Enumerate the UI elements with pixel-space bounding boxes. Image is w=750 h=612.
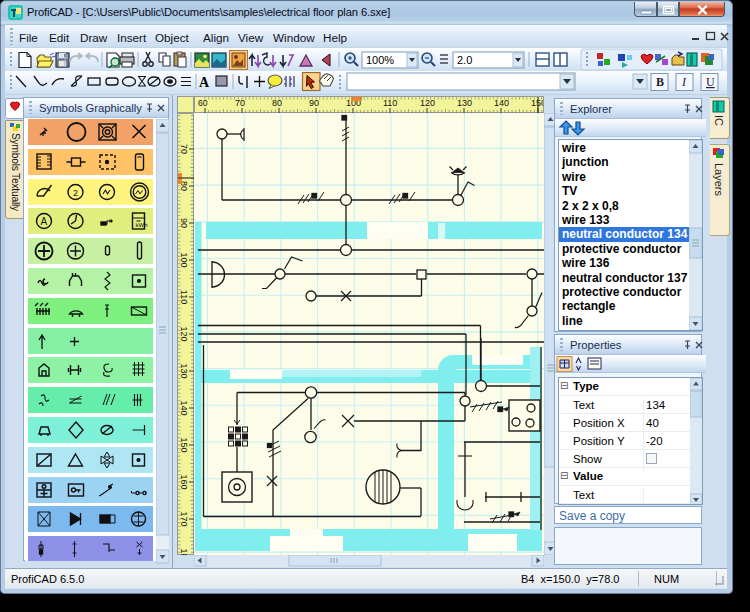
svg-text:2.0: 2.0 [457,54,472,66]
svg-text:A: A [41,216,48,227]
svg-text:140: 140 [494,98,509,108]
svg-text:A: A [199,75,210,90]
svg-text:180: 180 [179,548,189,555]
svg-text:90: 90 [309,98,319,108]
svg-text:120: 120 [420,98,435,108]
svg-text:130: 130 [457,98,472,108]
svg-text:150: 150 [531,98,543,108]
svg-text:80: 80 [272,98,282,108]
svg-text:kWh: kWh [136,222,148,228]
svg-text:70: 70 [235,98,245,108]
svg-text:2: 2 [73,188,78,198]
svg-text:60: 60 [198,98,208,108]
svg-text:B: B [656,75,664,89]
svg-text:U: U [706,75,715,89]
svg-text:100%: 100% [366,54,394,66]
